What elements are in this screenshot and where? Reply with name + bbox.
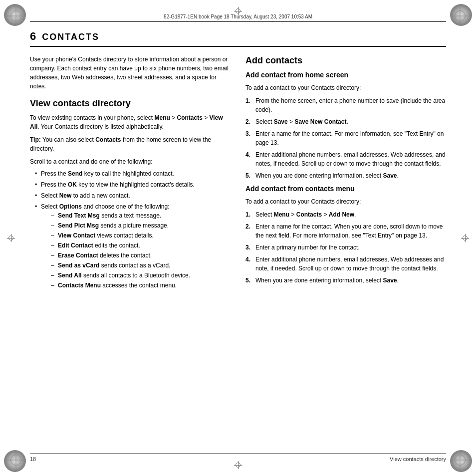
crosshair-mid-bottom: [234, 461, 242, 469]
add-section-heading: Add contacts: [245, 55, 446, 66]
home-screen-subheading: Add contact from home screen: [245, 70, 446, 80]
view-section-heading: View contacts directory: [30, 98, 231, 109]
contacts-menu-subheading: Add contact from contacts menu: [245, 184, 446, 194]
footer: 18 View contacts directory: [30, 454, 446, 462]
list-item: 2.Enter a name for the contact. When you…: [245, 222, 446, 240]
list-item: Send as vCard sends contact as a vCard.: [51, 261, 231, 270]
list-item: 5.When you are done entering information…: [245, 276, 446, 285]
home-screen-intro: To add a contact to your Contacts direct…: [245, 83, 446, 92]
page-container: 82-G1877-1EN.book Page 18 Thursday, Augu…: [0, 0, 476, 476]
crosshair-tr: [451, 7, 469, 25]
list-item: 3.Enter a name for the contact. For more…: [245, 129, 446, 147]
footer-page-number: 18: [30, 456, 36, 462]
crosshair-br: [451, 451, 469, 469]
list-item: 4.Enter additional phone numbers, email …: [245, 150, 446, 168]
header-bar: 82-G1877-1EN.book Page 18 Thursday, Augu…: [30, 14, 446, 22]
two-columns: Use your phone's Contacts directory to s…: [30, 55, 446, 446]
crosshair-mid-left: [7, 234, 15, 242]
list-item: Press the OK key to view the highlighted…: [35, 180, 231, 189]
chapter-heading: 6 CONTACTS: [30, 30, 446, 47]
list-item: Send Pict Msg sends a picture message.: [51, 221, 231, 230]
list-item: 2.Select Save > Save New Contact.: [245, 117, 446, 126]
header-text: 82-G1877-1EN.book Page 18 Thursday, Augu…: [164, 14, 312, 19]
crosshair-mid-right: [461, 234, 469, 242]
contacts-menu-steps: 1.Select Menu > Contacts > Add New. 2.En…: [245, 210, 446, 285]
right-column: Add contacts Add contact from home scree…: [245, 55, 446, 446]
list-item: Erase Contact deletes the contact.: [51, 251, 231, 260]
list-item: 1.From the home screen, enter a phone nu…: [245, 96, 446, 114]
chapter-number: 6: [30, 30, 36, 43]
list-item: Send Text Msg sends a text message.: [51, 211, 231, 220]
view-intro: To view existing contacts in your phone,…: [30, 113, 231, 131]
left-column: Use your phone's Contacts directory to s…: [30, 55, 231, 446]
list-item: 3.Enter a primary number for the contact…: [245, 243, 446, 252]
scroll-intro: Scroll to a contact and do one of the fo…: [30, 157, 231, 166]
dash-list: Send Text Msg sends a text message. Send…: [51, 211, 231, 290]
crosshair-tl: [7, 7, 25, 25]
list-item: View Contact views contact details.: [51, 231, 231, 240]
list-item: 5.When you are done entering information…: [245, 171, 446, 180]
list-item: Press the Send key to call the highlight…: [35, 169, 231, 178]
intro-text: Use your phone's Contacts directory to s…: [30, 55, 231, 91]
list-item: Edit Contact edits the contact.: [51, 241, 231, 250]
bullet-list: Press the Send key to call the highlight…: [35, 169, 231, 290]
chapter-title: CONTACTS: [42, 32, 99, 42]
list-item: Select Options and choose one of the fol…: [35, 202, 231, 290]
list-item: 1.Select Menu > Contacts > Add New.: [245, 210, 446, 219]
main-content: 6 CONTACTS Use your phone's Contacts dir…: [30, 30, 446, 446]
list-item: Send All sends all contacts to a Bluetoo…: [51, 271, 231, 280]
footer-section-title: View contacts directory: [390, 456, 446, 462]
tip-text: Tip: You can also select Contacts from t…: [30, 135, 231, 153]
list-item: Select New to add a new contact.: [35, 191, 231, 200]
list-item: 4.Enter additional phone numbers, email …: [245, 255, 446, 273]
list-item: Contacts Menu accesses the contact menu.: [51, 281, 231, 290]
contacts-menu-intro: To add a contact to your Contacts direct…: [245, 197, 446, 206]
home-screen-steps: 1.From the home screen, enter a phone nu…: [245, 96, 446, 180]
crosshair-bl: [7, 451, 25, 469]
